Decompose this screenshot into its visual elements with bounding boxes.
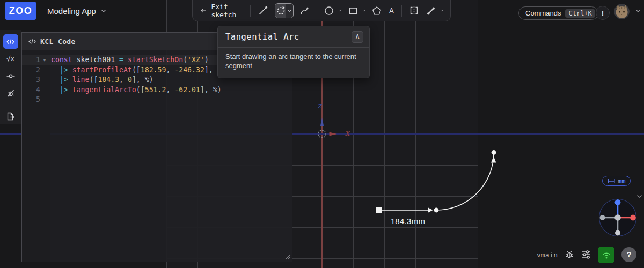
- gizmo-axis-right[interactable]: [630, 215, 636, 221]
- logs-pane-button[interactable]: [3, 69, 18, 83]
- units-badge[interactable]: mm: [602, 176, 631, 186]
- sliders-icon: [581, 250, 591, 259]
- question-mark-icon: ?: [627, 250, 632, 259]
- code-text[interactable]: const sketch001 = startSketchOn('XZ'): [49, 55, 209, 65]
- line-number: 1: [22, 55, 40, 65]
- toolbar-divider: [250, 5, 251, 17]
- line-icon: [258, 5, 268, 16]
- code-pane-button[interactable]: [3, 34, 18, 49]
- pentagon-icon: [372, 6, 382, 16]
- variables-pane-button[interactable]: √x: [3, 51, 18, 66]
- tool-tooltip: Tangential Arc A Start drawing an arc ta…: [217, 26, 370, 78]
- fold-chevron-icon[interactable]: ▾: [40, 55, 49, 65]
- gizmo-menu-chevron-icon[interactable]: [636, 195, 642, 198]
- zoo-logo[interactable]: ZOO: [5, 2, 36, 20]
- cat-avatar-image: [614, 4, 630, 19]
- toolbar-divider: [317, 5, 317, 17]
- sketch-toolbar: Exit sketch: [192, 0, 451, 21]
- ruler-icon: [608, 178, 615, 184]
- line-number: 4: [22, 85, 40, 95]
- fold-spacer: [40, 75, 49, 85]
- avatar-menu-chevron-icon[interactable]: [635, 9, 641, 13]
- version-label: vmain: [537, 251, 558, 259]
- text-tool-button[interactable]: A: [388, 3, 395, 18]
- rail-divider: [0, 105, 21, 105]
- back-arrow-icon: [201, 7, 206, 14]
- chevron-down-icon[interactable]: [362, 9, 365, 12]
- exit-sketch-label: Exit sketch: [211, 3, 241, 19]
- network-status-button[interactable]: [598, 247, 614, 263]
- user-avatar[interactable]: [614, 4, 630, 19]
- bug-icon: [565, 250, 574, 259]
- fold-spacer: [40, 65, 49, 76]
- arc-direction-arrow-icon: [491, 157, 496, 163]
- rectangle-tool-button[interactable]: [347, 3, 359, 18]
- axis-label-x: x: [342, 128, 353, 138]
- chevron-down-icon: [101, 9, 106, 13]
- arc-tool-dropdown[interactable]: [286, 4, 292, 18]
- mirror-icon: [409, 6, 419, 15]
- export-button[interactable]: [3, 109, 18, 124]
- exit-sketch-button[interactable]: Exit sketch: [200, 3, 244, 18]
- app-name-dropdown[interactable]: Modeling App: [47, 0, 106, 21]
- tooltip-description: Start drawing an arc tangent to the curr…: [218, 48, 369, 78]
- mirror-tool-button[interactable]: [408, 3, 420, 18]
- bug-report-button[interactable]: [565, 250, 574, 259]
- settings-button[interactable]: [581, 250, 591, 259]
- tooltip-header: Tangential Arc A: [218, 26, 369, 48]
- shortcut-badge: A: [352, 31, 363, 43]
- code-icon: [6, 38, 14, 46]
- rectangle-icon: [348, 6, 358, 15]
- debug-pane-button[interactable]: [3, 86, 18, 100]
- tooltip-title: Tangential Arc: [225, 32, 299, 42]
- code-text[interactable]: |> line([184.3, 0], %): [49, 75, 153, 85]
- line-tool-button[interactable]: [257, 3, 269, 18]
- circle-icon: [324, 6, 334, 16]
- file-export-icon: [6, 112, 15, 121]
- gizmo-axis-down[interactable]: [615, 230, 620, 236]
- orientation-gizmo[interactable]: [594, 193, 642, 242]
- line-number: 3: [22, 75, 40, 85]
- toolbar-divider: [401, 5, 402, 17]
- fold-spacer: [40, 95, 49, 105]
- chevron-down-icon: [287, 9, 292, 12]
- wifi-icon: [601, 250, 612, 259]
- arc-icon: [276, 6, 286, 15]
- code-icon: [28, 38, 36, 45]
- polygon-tool-button[interactable]: [371, 3, 383, 18]
- modeling-app-window: z x 184.3mm ZOO Modeling App √x: [0, 0, 644, 268]
- code-text[interactable]: |> tangentialArcTo([551.2, -62.01], %): [49, 85, 222, 95]
- axis-label-z: z: [314, 101, 325, 110]
- exclamation-icon: !: [602, 9, 604, 17]
- alert-button[interactable]: !: [596, 6, 610, 20]
- commands-label: Commands: [525, 9, 561, 17]
- bug-off-icon: [6, 89, 15, 98]
- tangential-arc-tool-selected[interactable]: [275, 4, 286, 18]
- code-text[interactable]: |> startProfileAt([182.59, -246.32], %): [49, 65, 226, 76]
- app-name-label: Modeling App: [47, 6, 96, 16]
- commands-button[interactable]: Commands Ctrl+K: [518, 6, 598, 20]
- spline-tool-button[interactable]: [299, 3, 310, 18]
- code-text[interactable]: [49, 95, 51, 105]
- units-value: mm: [618, 177, 625, 185]
- code-line[interactable]: 5: [22, 95, 292, 105]
- help-button[interactable]: ?: [621, 247, 636, 262]
- chevron-down-icon[interactable]: [338, 9, 341, 12]
- status-bar: vmain ?: [537, 245, 636, 264]
- gizmo-axis-up[interactable]: [615, 199, 621, 205]
- panel-resize-grip[interactable]: [285, 255, 290, 260]
- left-pane-rail: √x: [0, 30, 21, 124]
- constrain-length-tool-button[interactable]: [425, 3, 437, 18]
- gizmo-axis-left[interactable]: [600, 215, 605, 220]
- code-line[interactable]: 4 |> tangentialArcTo([551.2, -62.01], %): [22, 85, 292, 95]
- gizmo-center[interactable]: [614, 214, 621, 221]
- circle-tool-button[interactable]: [323, 3, 335, 18]
- line-number: 2: [22, 65, 40, 76]
- commands-shortcut: Ctrl+K: [565, 9, 595, 18]
- text-tool-icon: A: [389, 6, 394, 15]
- node-icon: [6, 72, 15, 80]
- sketch-point-arc-end[interactable]: [492, 150, 496, 155]
- length-constraint-icon: [426, 6, 436, 16]
- chevron-down-icon[interactable]: [440, 9, 443, 12]
- tangential-arc-tool-button[interactable]: [275, 3, 293, 18]
